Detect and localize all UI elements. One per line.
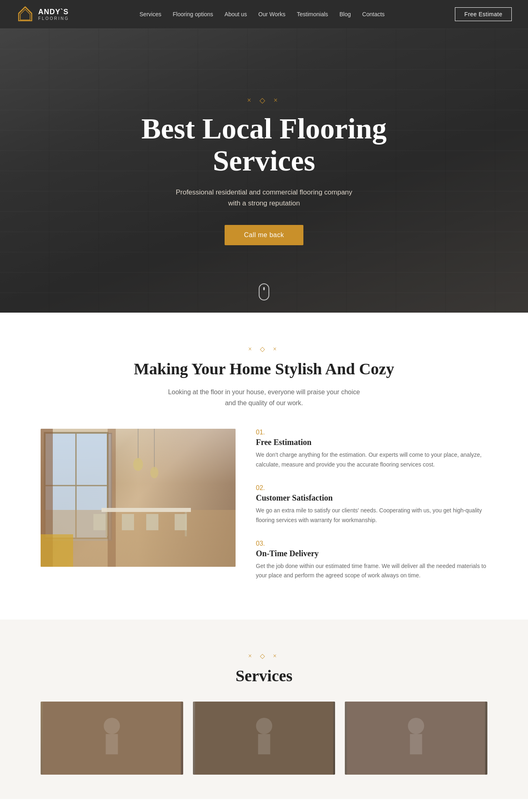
feature-text-3: Get the job done within our estimated ti… xyxy=(256,561,487,581)
service-card-2[interactable] xyxy=(193,702,335,775)
scroll-indicator xyxy=(259,283,269,300)
svg-rect-12 xyxy=(106,512,108,536)
feature-text-2: We go an extra mile to satisfy our clien… xyxy=(256,506,487,525)
service-card-1[interactable] xyxy=(41,702,183,775)
feature-title-1: Free Estimation xyxy=(256,438,487,447)
features-image xyxy=(41,429,236,567)
hero-content: × ◇ × Best Local Flooring Services Profe… xyxy=(122,96,406,246)
svg-rect-15 xyxy=(122,514,134,530)
logo-icon xyxy=(16,5,34,23)
svg-rect-22 xyxy=(41,534,73,567)
making-home-desc: Looking at the floor in your house, ever… xyxy=(142,387,386,408)
services-ornament: × ◇ × xyxy=(16,652,512,660)
hero-subtitle: Professional residential and commercial … xyxy=(130,187,398,209)
services-grid xyxy=(41,702,487,775)
free-estimate-button[interactable]: Free Estimate xyxy=(455,7,512,21)
service-card-2-img xyxy=(193,702,335,775)
nav-item-testimonials[interactable]: Testimonials xyxy=(297,11,328,18)
features-list: 01. Free Estimation We don't charge anyt… xyxy=(256,429,487,595)
svg-rect-26 xyxy=(106,734,118,754)
nav-item-services[interactable]: Services xyxy=(140,11,162,18)
nav-item-about[interactable]: About us xyxy=(225,11,247,18)
svg-rect-16 xyxy=(146,514,158,530)
feature-item-2: 02. Customer Satisfaction We go an extra… xyxy=(256,484,487,525)
hero-subtitle-line1: Professional residential and commercial … xyxy=(176,188,353,196)
svg-point-29 xyxy=(256,718,272,734)
scroll-dot xyxy=(263,287,265,290)
service-card-3[interactable] xyxy=(345,702,487,775)
brand-name: ANDY`S xyxy=(38,8,69,16)
nav-item-blog[interactable]: Blog xyxy=(340,11,351,18)
room-svg xyxy=(41,429,236,567)
making-home-section: × ◇ × Making Your Home Stylish And Cozy … xyxy=(0,313,528,620)
nav-item-works[interactable]: Our Works xyxy=(258,11,286,18)
svg-point-25 xyxy=(104,718,120,734)
svg-point-19 xyxy=(133,458,143,471)
nav-item-contacts[interactable]: Contacts xyxy=(362,11,385,18)
feature-num-2: 02. xyxy=(256,484,487,492)
hero-subtitle-line2: with a strong reputation xyxy=(228,199,300,207)
feature-item-3: 03. On-Time Delivery Get the job done wi… xyxy=(256,540,487,581)
making-home-desc-line1: Looking at the floor in your house, ever… xyxy=(168,389,360,395)
svg-rect-10 xyxy=(108,429,116,567)
svg-rect-30 xyxy=(258,734,270,754)
call-me-back-button[interactable]: Call me back xyxy=(225,225,303,245)
nav-item-flooring[interactable]: Flooring options xyxy=(173,11,213,18)
service-card-3-img xyxy=(345,702,487,775)
brand-sub: FLOORING xyxy=(38,16,69,21)
feature-title-2: Customer Satisfaction xyxy=(256,493,487,503)
features-row: 01. Free Estimation We don't charge anyt… xyxy=(41,429,487,595)
svg-rect-17 xyxy=(175,514,187,530)
service-card-1-img xyxy=(41,702,183,775)
feature-text-1: We don't charge anything for the estimat… xyxy=(256,450,487,470)
making-home-ornament: × ◇ × xyxy=(16,345,512,353)
services-title: Services xyxy=(16,666,512,685)
navbar: ANDY`S FLOORING Services Flooring option… xyxy=(0,0,528,28)
feature-num-1: 01. xyxy=(256,429,487,436)
hero-title: Best Local Flooring Services xyxy=(130,113,398,177)
scroll-mouse-icon xyxy=(259,283,269,300)
logo[interactable]: ANDY`S FLOORING xyxy=(16,5,69,23)
logo-text: ANDY`S FLOORING xyxy=(38,8,69,21)
hero-ornament: × ◇ × xyxy=(130,96,398,105)
feature-num-3: 03. xyxy=(256,540,487,547)
svg-point-21 xyxy=(150,467,158,478)
hero-section: × ◇ × Best Local Flooring Services Profe… xyxy=(0,28,528,313)
services-section: × ◇ × Services xyxy=(0,620,528,799)
svg-rect-14 xyxy=(93,514,106,530)
feature-title-3: On-Time Delivery xyxy=(256,549,487,558)
svg-point-33 xyxy=(408,718,424,734)
svg-rect-34 xyxy=(410,734,422,754)
making-home-desc-line2: and the quality of our work. xyxy=(225,400,303,406)
nav-links: Services Flooring options About us Our W… xyxy=(140,11,385,18)
svg-rect-11 xyxy=(102,508,191,512)
making-home-title: Making Your Home Stylish And Cozy xyxy=(16,359,512,378)
feature-item-1: 01. Free Estimation We don't charge anyt… xyxy=(256,429,487,470)
